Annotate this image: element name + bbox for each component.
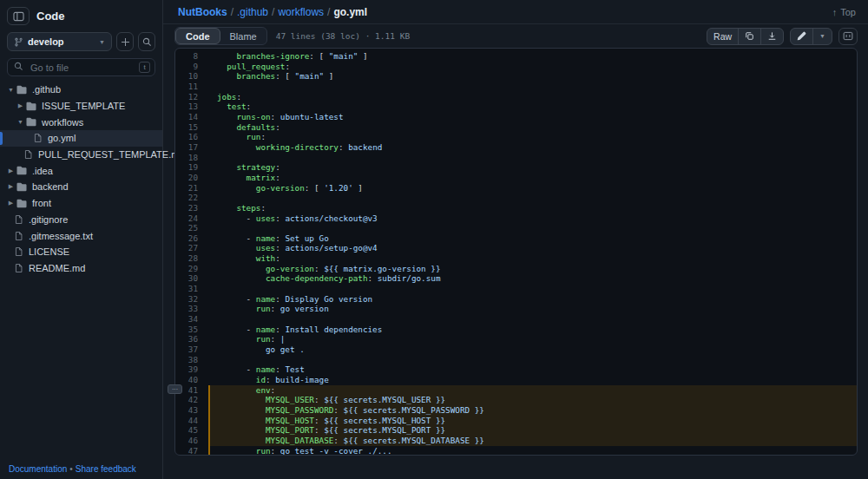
line-number[interactable]: 21 [175, 183, 208, 194]
raw-button[interactable]: Raw [707, 29, 738, 44]
code-line-22: 22 [175, 193, 857, 203]
goto-file-input[interactable] [7, 58, 155, 76]
line-number[interactable]: 9 [175, 62, 208, 72]
line-number[interactable]: 28 [175, 253, 208, 264]
line-number[interactable]: 24 [175, 213, 208, 224]
tree-item-front[interactable]: ▶front [0, 195, 162, 212]
line-number[interactable]: 8 [175, 51, 208, 62]
line-number[interactable]: 39 [175, 364, 208, 375]
symbols-panel-button[interactable] [838, 28, 858, 45]
tree-item-label: front [32, 198, 51, 208]
line-number[interactable]: 47 [175, 446, 208, 456]
line-number[interactable]: 14 [175, 112, 208, 122]
tree-item-license[interactable]: LICENSE [0, 244, 162, 260]
tree-item-.github[interactable]: ▼.github [0, 82, 162, 98]
line-number[interactable]: 42 [175, 395, 208, 405]
line-number[interactable]: 38 [175, 355, 208, 365]
line-number[interactable]: 18 [175, 153, 208, 163]
code-line-40: 40 id: build-image [175, 375, 857, 385]
line-number[interactable]: 29 [175, 264, 208, 274]
tree-item-go.yml[interactable]: go.yml [0, 130, 162, 147]
code-line-content [208, 82, 857, 92]
code-line-content: - name: Test [208, 364, 857, 375]
code-line-content: strategy: [208, 162, 857, 173]
chevron-down-icon: ▼ [5, 87, 16, 93]
breadcrumb-dir-link[interactable]: .github [237, 6, 268, 18]
line-number[interactable]: 25 [175, 223, 208, 233]
sidebar-header: Code [0, 0, 162, 25]
tree-item-backend[interactable]: ▶backend [0, 179, 162, 195]
breadcrumb: NutBooks / .github / workflows / go.yml [178, 6, 367, 18]
tree-item-pull_request_template.md[interactable]: PULL_REQUEST_TEMPLATE.md [0, 147, 162, 163]
code-line-content: run: go test -v -cover ./... [208, 446, 857, 456]
line-number[interactable]: 13 [175, 102, 208, 112]
tab-code[interactable]: Code [175, 28, 220, 44]
line-number[interactable]: 46 [175, 436, 208, 446]
branch-selector[interactable]: develop ▼ [7, 32, 112, 51]
line-number[interactable]: 36 [175, 334, 208, 344]
line-number[interactable]: 40 [175, 375, 208, 385]
tree-item-workflows[interactable]: ▼workflows [0, 114, 162, 130]
search-tree-button[interactable] [138, 32, 155, 51]
tree-item-.gitignore[interactable]: .gitignore [0, 212, 162, 228]
tab-blame[interactable]: Blame [220, 28, 266, 44]
line-number[interactable]: 30 [175, 273, 208, 284]
line-number[interactable]: 44 [175, 416, 208, 426]
copy-button[interactable] [738, 29, 760, 44]
scroll-to-top-button[interactable]: ↑ Top [832, 7, 856, 17]
tree-item-.gitmessage.txt[interactable]: .gitmessage.txt [0, 227, 162, 244]
new-file-button[interactable] [116, 32, 134, 51]
code-line-content: MYSQL_PORT: ${{ secrets.MYSQL_PORT }} [208, 425, 857, 436]
line-number[interactable]: 23 [175, 203, 208, 213]
line-number[interactable]: 10 [175, 71, 208, 82]
line-number[interactable]: 11 [175, 82, 208, 92]
line-number[interactable]: 27 [175, 243, 208, 253]
code-line-41: 41 env: [175, 385, 857, 396]
line-number[interactable]: 26 [175, 233, 208, 244]
line-number[interactable]: 16 [175, 132, 208, 142]
code-line-content: uses: actions/setup-go@v4 [208, 243, 857, 253]
code-line-content: pull_request: [208, 62, 857, 72]
tree-item-readme.md[interactable]: README.md [0, 260, 162, 277]
edit-file-button[interactable] [791, 29, 812, 44]
chevron-down-icon: ▼ [819, 33, 825, 39]
code-line-34: 34 [175, 314, 857, 325]
tree-item-label: README.md [29, 263, 85, 273]
file-toolbar: Code Blame 47 lines (38 loc) · 1.11 KB R… [174, 27, 858, 45]
line-number[interactable]: 20 [175, 173, 208, 183]
line-number[interactable]: 37 [175, 344, 208, 355]
code-line-content: defaults: [208, 122, 857, 133]
breadcrumb-repo-link[interactable]: NutBooks [178, 6, 227, 18]
breadcrumb-dir-link[interactable]: workflows [278, 6, 324, 18]
documentation-link[interactable]: Documentation [9, 464, 67, 474]
line-number[interactable]: 17 [175, 142, 208, 153]
file-tree-sidebar: Code develop ▼ [0, 0, 163, 479]
download-button[interactable] [760, 29, 783, 44]
tree-item-.idea[interactable]: ▶.idea [0, 162, 162, 179]
code-line-content: run: [208, 132, 857, 142]
line-number[interactable]: 15 [175, 122, 208, 133]
code-line-content [208, 314, 857, 325]
line-number[interactable]: 32 [175, 294, 208, 305]
line-number[interactable]: 12 [175, 92, 208, 102]
line-number[interactable]: 34 [175, 314, 208, 325]
edit-options-caret-button[interactable]: ▼ [812, 29, 832, 44]
code-line-46: 46 MYSQL_DATABASE: ${{ secrets.MYSQL_DAT… [175, 436, 857, 446]
line-number[interactable]: 43 [175, 405, 208, 416]
collapse-file-tree-button[interactable] [7, 7, 30, 25]
copy-icon [745, 31, 754, 41]
line-number[interactable]: 45 [175, 425, 208, 436]
line-number[interactable]: 33 [175, 304, 208, 314]
line-number[interactable]: 22 [175, 193, 208, 203]
tree-item-issue_template[interactable]: ▶ISSUE_TEMPLATE [0, 98, 162, 115]
share-feedback-link[interactable]: Share feedback [76, 464, 136, 474]
toolbar-actions: Raw [707, 28, 858, 45]
line-number[interactable]: 31 [175, 284, 208, 294]
tree-item-label: ISSUE_TEMPLATE [42, 101, 125, 111]
file-icon [14, 231, 23, 241]
line-number[interactable]: 19 [175, 162, 208, 173]
breadcrumb-separator: / [231, 6, 233, 18]
code-line-content: runs-on: ubuntu-latest [208, 112, 857, 122]
line-number[interactable]: 35 [175, 325, 208, 335]
highlighted-lines-menu-button[interactable]: ··· [168, 384, 182, 394]
